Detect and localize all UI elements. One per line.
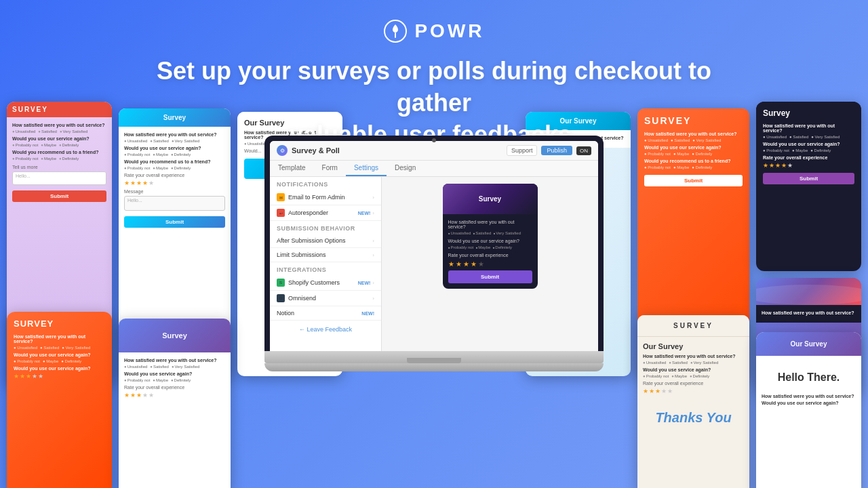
section-integrations: Integrations <box>270 262 381 275</box>
survey-preview-card: Survey How satisfied were you with out s… <box>443 184 538 289</box>
email-icon: ✉ <box>277 193 285 201</box>
tab-settings[interactable]: Settings <box>346 161 387 176</box>
header: POWR Set up your surveys or polls during… <box>0 0 868 150</box>
app-container: ⚙ Survey & Poll Support Publish ON Templ… <box>270 141 598 351</box>
logo-text: POWR <box>414 20 484 42</box>
laptop: ⚙ Survey & Poll Support Publish ON Templ… <box>264 136 604 371</box>
tab-form[interactable]: Form <box>314 161 346 176</box>
tab-template[interactable]: Template <box>270 161 314 176</box>
submit-btn[interactable]: Submit <box>12 190 106 202</box>
survey-card-bottom-center-right: SURVEY Our Survey How satisfied were you… <box>637 315 749 488</box>
app-body: Notifications ✉ Email to Form Admin › <box>270 177 598 351</box>
chevron-right-icon-6: › <box>372 296 374 302</box>
app-icon: ⚙ <box>277 145 288 156</box>
support-button[interactable]: Support <box>507 145 538 156</box>
thanks-you-text: Thanks You <box>643 396 744 439</box>
chevron-right-icon-2: › <box>372 210 374 216</box>
app-topbar: ⚙ Survey & Poll Support Publish ON <box>270 141 598 161</box>
laptop-camera <box>432 138 436 142</box>
app-preview: Survey How satisfied were you with out s… <box>382 177 598 351</box>
chevron-right-icon-3: › <box>372 238 374 244</box>
app-settings-sidebar: Notifications ✉ Email to Form Admin › <box>270 177 382 351</box>
tab-design[interactable]: Design <box>387 161 424 176</box>
setting-limit-submissions[interactable]: Limit Submissions › <box>270 248 381 262</box>
app-topbar-actions: Support Publish ON <box>507 145 591 156</box>
laptop-stand <box>264 363 604 371</box>
on-toggle[interactable]: ON <box>576 146 591 155</box>
survey-q2: Would you use our service again? <box>448 239 532 243</box>
chevron-right-icon-4: › <box>372 252 374 258</box>
feedback-link[interactable]: ← Leave Feedback <box>270 321 381 338</box>
survey-card-bottom-mid-left: Survey How satisfied were you with out s… <box>119 319 231 488</box>
survey-preview-header: Survey <box>443 184 538 214</box>
content-area: SURVEY How satisfied were you with out s… <box>0 122 868 488</box>
survey-q3: Rate your overall experience <box>448 253 532 258</box>
section-notifications: Notifications <box>270 177 381 190</box>
survey-card-bottom-far-left: SURVEY How satisfied were you with out s… <box>7 312 112 488</box>
submit-btn-2[interactable]: Submit <box>124 216 225 228</box>
section-submission: Submission Behavior <box>270 221 381 234</box>
setting-email-admin[interactable]: ✉ Email to Form Admin › <box>270 190 381 205</box>
setting-notion[interactable]: Notion NEW! <box>270 306 381 321</box>
survey-card-bottom-far-right: Our Survey Hello There. How satisfied we… <box>756 332 861 488</box>
setting-autoresponder[interactable]: ↩ Autoresponder NEW! › <box>270 205 381 221</box>
app-title: Survey & Poll <box>292 146 340 155</box>
submit-btn-4[interactable]: Submit <box>763 173 854 184</box>
setting-omnisend[interactable]: O Omnisend › <box>270 291 381 306</box>
omnisend-icon: O <box>277 294 285 302</box>
laptop-screen-border: ⚙ Survey & Poll Support Publish ON Templ… <box>264 136 604 351</box>
setting-after-submission[interactable]: After Submission Options › <box>270 234 381 248</box>
logo-area: POWR <box>383 19 484 43</box>
hello-there-text: Hello There. <box>762 361 856 394</box>
submit-btn-3[interactable]: Submit <box>644 175 743 186</box>
shopify-icon: S <box>277 279 285 287</box>
survey-submit-button[interactable]: Submit <box>448 270 532 283</box>
svg-rect-1 <box>395 33 396 38</box>
chevron-right-icon: › <box>372 195 374 201</box>
survey-q1: How satisfied were you with out service? <box>448 220 532 229</box>
laptop-base <box>264 351 604 363</box>
publish-button[interactable]: Publish <box>541 146 572 155</box>
setting-shopify[interactable]: S Shopify Customers NEW! › <box>270 275 381 291</box>
autoresponder-icon: ↩ <box>277 209 285 217</box>
powr-logo-icon <box>383 19 408 43</box>
app-tabs: Template Form Settings Design <box>270 161 598 177</box>
beige-card-header: SURVEY <box>637 315 749 337</box>
laptop-screen: ⚙ Survey & Poll Support Publish ON Templ… <box>270 141 598 351</box>
chevron-right-icon-5: › <box>372 280 374 286</box>
